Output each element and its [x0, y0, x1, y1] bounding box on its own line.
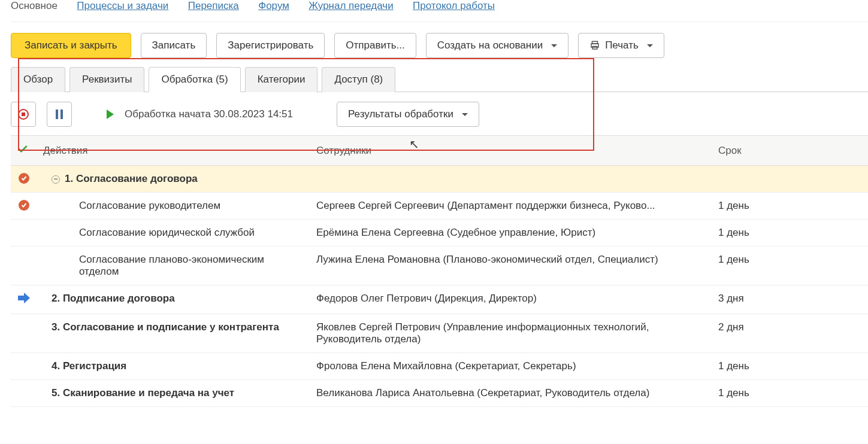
- processing-results-label: Результаты обработки: [348, 108, 453, 120]
- table-row[interactable]: 5. Сканирование и передача на учетВелика…: [11, 380, 868, 407]
- processing-toolbar: Обработка начата 30.08.2023 14:51 Резуль…: [11, 92, 868, 135]
- tab-access[interactable]: Доступ (8): [322, 67, 395, 92]
- row-employee: Ерёмина Елена Сергеевна (Судебное управл…: [310, 220, 712, 247]
- row-term: [712, 166, 868, 193]
- check-circle-icon: [19, 173, 29, 184]
- row-employee: Фролова Елена Михайловна (Секретариат, С…: [310, 353, 712, 380]
- row-employee: Яковлев Сергей Петрович (Управление инфо…: [310, 314, 712, 353]
- row-mark: [11, 314, 37, 353]
- tab-categories[interactable]: Категории: [245, 67, 318, 92]
- toolbar: Записать и закрыть Записать Зарегистриро…: [11, 22, 868, 58]
- print-button[interactable]: Печать: [578, 33, 664, 58]
- chevron-down-icon: [458, 108, 468, 120]
- row-mark: [11, 380, 37, 407]
- print-icon: [589, 40, 600, 51]
- play-icon: [107, 110, 114, 119]
- row-employee: Великанова Лариса Анатольевна (Секретари…: [310, 380, 712, 407]
- row-employee: Лужина Елена Романовна (Планово-экономич…: [310, 247, 712, 285]
- tab-processing[interactable]: Обработка (5): [149, 67, 240, 92]
- processing-results-button[interactable]: Результаты обработки: [337, 102, 479, 127]
- row-mark: [11, 353, 37, 380]
- check-header-icon: [17, 143, 29, 155]
- actions-table: Действия Сотрудники Срок −1. Согласовани…: [11, 135, 868, 407]
- nav-processes[interactable]: Процессы и задачи: [77, 0, 168, 11]
- row-term: 1 день: [712, 380, 868, 407]
- tab-overview[interactable]: Обзор: [11, 67, 65, 92]
- nav-work-protocol[interactable]: Протокол работы: [413, 0, 495, 11]
- action-label: Согласование планово-экономическим отдел…: [79, 254, 264, 277]
- action-label: 3. Согласование и подписание у контраген…: [52, 321, 279, 333]
- row-term: 1 день: [712, 353, 868, 380]
- action-label: 4. Регистрация: [52, 360, 126, 372]
- row-mark: [11, 193, 37, 220]
- top-nav: Основное Процессы и задачи Переписка Фор…: [11, 0, 868, 22]
- table-row[interactable]: Согласование планово-экономическим отдел…: [11, 247, 868, 285]
- row-employee: Сергеев Сергей Сергеевич (Департамент по…: [310, 193, 712, 220]
- save-close-button[interactable]: Записать и закрыть: [11, 33, 131, 58]
- row-mark: [11, 220, 37, 247]
- table-row[interactable]: −1. Согласование договора: [11, 166, 868, 193]
- table-row[interactable]: 3. Согласование и подписание у контраген…: [11, 314, 868, 353]
- action-label: 2. Подписание договора: [52, 293, 175, 304]
- arrow-right-icon: [18, 293, 30, 303]
- nav-transfer-log[interactable]: Журнал передачи: [309, 0, 393, 11]
- col-term[interactable]: Срок: [712, 136, 868, 166]
- row-mark: [11, 285, 37, 314]
- action-label: Согласование юридической службой: [79, 227, 255, 238]
- table-row[interactable]: 2. Подписание договораФедоров Олег Петро…: [11, 285, 868, 314]
- row-employee: Федоров Олег Петрович (Дирекция, Директо…: [310, 285, 712, 314]
- chevron-down-icon: [643, 39, 653, 51]
- row-term: 1 день: [712, 193, 868, 220]
- send-button[interactable]: Отправить...: [334, 33, 416, 58]
- collapse-icon[interactable]: −: [52, 175, 60, 184]
- row-action: 4. Регистрация: [37, 353, 310, 380]
- row-term: 1 день: [712, 220, 868, 247]
- col-employees[interactable]: Сотрудники: [310, 136, 712, 166]
- row-action: 5. Сканирование и передача на учет: [37, 380, 310, 407]
- table-row[interactable]: 4. РегистрацияФролова Елена Михайловна (…: [11, 353, 868, 380]
- action-label: Согласование руководителем: [79, 200, 220, 211]
- stop-button[interactable]: [11, 102, 36, 127]
- row-employee: [310, 166, 712, 193]
- row-action: 3. Согласование и подписание у контраген…: [37, 314, 310, 353]
- row-action: Согласование планово-экономическим отдел…: [37, 247, 310, 285]
- stop-icon: [18, 109, 29, 120]
- chevron-down-icon: [548, 39, 557, 51]
- row-action: Согласование юридической службой: [37, 220, 310, 247]
- action-label: 1. Согласование договора: [65, 173, 198, 184]
- register-button[interactable]: Зарегистрировать: [216, 33, 325, 58]
- row-mark: [11, 247, 37, 285]
- create-based-button[interactable]: Создать на основании: [426, 33, 568, 58]
- nav-forum[interactable]: Форум: [258, 0, 289, 11]
- row-term: 1 день: [712, 247, 868, 285]
- row-term: 2 дня: [712, 314, 868, 353]
- row-mark: [11, 166, 37, 193]
- save-button[interactable]: Записать: [141, 33, 207, 58]
- action-label: 5. Сканирование и передача на учет: [52, 387, 234, 399]
- row-action: −1. Согласование договора: [37, 166, 310, 193]
- pause-button[interactable]: [47, 102, 72, 127]
- row-action: 2. Подписание договора: [37, 285, 310, 314]
- tab-requisites[interactable]: Реквизиты: [69, 67, 144, 92]
- pause-icon: [56, 110, 63, 119]
- col-mark: [11, 136, 37, 166]
- nav-correspondence[interactable]: Переписка: [188, 0, 239, 11]
- col-actions[interactable]: Действия: [37, 136, 310, 166]
- processing-status: Обработка начата 30.08.2023 14:51: [125, 108, 293, 120]
- create-based-label: Создать на основании: [437, 39, 543, 51]
- print-label: Печать: [605, 39, 639, 51]
- row-term: 3 дня: [712, 285, 868, 314]
- tabs: Обзор Реквизиты Обработка (5) Категории …: [11, 66, 868, 92]
- nav-main[interactable]: Основное: [11, 0, 58, 11]
- row-action: Согласование руководителем: [37, 193, 310, 220]
- table-row[interactable]: Согласование юридической службойЕрёмина …: [11, 220, 868, 247]
- table-row[interactable]: Согласование руководителемСергеев Сергей…: [11, 193, 868, 220]
- check-circle-icon: [19, 200, 29, 211]
